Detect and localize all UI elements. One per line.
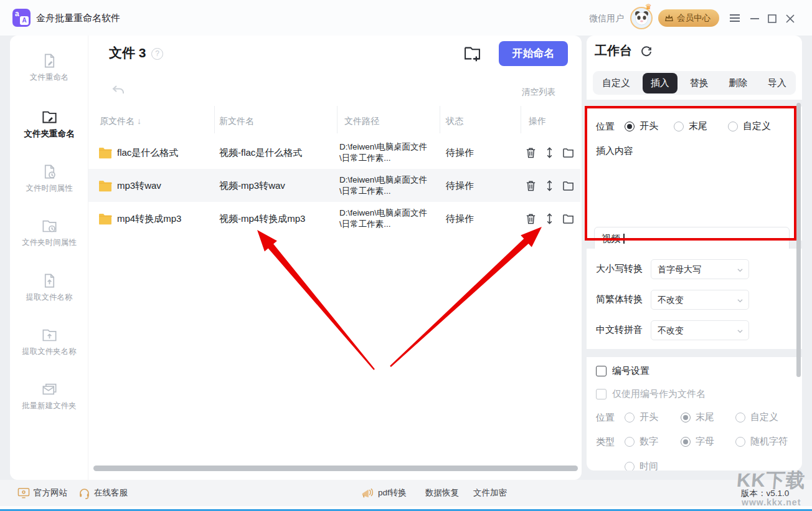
selected-value: 不改变 <box>658 325 684 335</box>
chevron-down-icon <box>737 298 743 303</box>
tab-custom[interactable]: 自定义 <box>594 73 638 93</box>
clear-list-button[interactable]: 清空列表 <box>522 87 555 98</box>
file-list-panel <box>88 36 582 480</box>
move-row-button[interactable] <box>544 179 555 191</box>
delete-row-button[interactable] <box>525 213 537 224</box>
simplified-traditional-select[interactable]: 不改变 <box>651 290 749 310</box>
text-caret <box>623 234 625 244</box>
radio-number-position-custom[interactable]: 自定义 <box>735 411 778 423</box>
menu-button[interactable] <box>729 13 740 23</box>
logo-glyph-small: a <box>15 9 19 18</box>
radio-icon <box>681 413 691 423</box>
sidebar-item-folder-time[interactable]: 文件夹时间属性 <box>10 217 88 248</box>
tab-import[interactable]: 导入 <box>760 73 795 93</box>
close-button[interactable] <box>785 14 796 24</box>
monitor-icon <box>17 487 30 499</box>
tab-delete[interactable]: 删除 <box>720 73 755 93</box>
new-name: 视频-mp3转wav <box>219 179 285 191</box>
maximize-button[interactable] <box>768 14 779 24</box>
folder-icon <box>98 146 112 158</box>
radio-icon <box>728 122 738 131</box>
sidebar-item-file-rename[interactable]: 文件重命名 <box>10 52 88 83</box>
pinyin-select[interactable]: 不改变 <box>651 320 749 340</box>
logo-glyph-big: A <box>20 16 29 25</box>
crown-icon <box>664 14 674 23</box>
help-icon[interactable]: ? <box>151 48 163 60</box>
folder-extract-icon <box>41 327 58 343</box>
file-time-icon <box>41 163 58 180</box>
open-location-button[interactable] <box>562 213 574 224</box>
radio-number-type-digit[interactable]: 数字 <box>625 436 658 447</box>
sidebar-item-label: 批量新建文件夹 <box>10 401 88 411</box>
table-row[interactable]: mp4转换成mp3 视频-mp4转换成mp3 D:\feiwen\电脑桌面文件\… <box>88 202 580 235</box>
file-path: D:\feiwen\电脑桌面文件\日常工作素... <box>339 207 434 229</box>
pdf-convert-link[interactable]: pdf转换 <box>361 480 407 506</box>
member-center-button[interactable]: 会员中心 <box>658 9 719 27</box>
online-support-link[interactable]: 在线客服 <box>78 480 128 506</box>
titlebar: a A 金舟批量重命名软件 微信用户 ♛ 会员中心 <box>0 0 812 36</box>
radio-number-position-start[interactable]: 开头 <box>625 411 658 423</box>
minimize-button[interactable] <box>750 17 761 27</box>
delete-row-button[interactable] <box>525 146 537 158</box>
radio-insert-position-custom[interactable]: 自定义 <box>728 120 771 132</box>
open-location-button[interactable] <box>562 146 574 158</box>
sidebar-item-label: 提取文件名称 <box>10 292 88 303</box>
radio-insert-position-end[interactable]: 末尾 <box>674 120 707 132</box>
radio-number-type-random[interactable]: 随机字符 <box>735 436 788 447</box>
column-header-original[interactable]: 原文件名 ↓ <box>100 116 141 127</box>
add-folder-button[interactable] <box>462 43 483 64</box>
table-row[interactable]: mp3转wav 视频-mp3转wav D:\feiwen\电脑桌面文件\日常工作… <box>88 169 580 202</box>
undo-button[interactable] <box>111 83 126 98</box>
numbering-checkbox[interactable]: 编号设置 <box>596 365 649 377</box>
user-name: 微信用户 <box>589 13 624 24</box>
move-row-button[interactable] <box>544 213 555 224</box>
horizontal-scrollbar[interactable] <box>93 466 578 471</box>
case-convert-select[interactable]: 首字母大写 <box>651 259 749 279</box>
sidebar-item-label: 文件时间属性 <box>10 183 88 194</box>
case-convert-label: 大小写转换 <box>596 263 643 275</box>
vertical-scrollbar[interactable] <box>796 103 801 377</box>
tab-insert[interactable]: 插入 <box>643 73 677 93</box>
data-recovery-link[interactable]: 数据恢复 <box>425 480 459 506</box>
radio-icon <box>625 437 635 447</box>
sidebar-item-label: 文件夹重命名 <box>10 128 88 140</box>
selected-value: 首字母大写 <box>658 264 701 274</box>
folder-rename-icon <box>41 108 58 125</box>
table-row[interactable]: flac是什么格式 视频-flac是什么格式 D:\feiwen\电脑桌面文件\… <box>88 136 580 169</box>
tab-replace[interactable]: 替换 <box>682 73 717 93</box>
member-center-label: 会员中心 <box>677 12 710 24</box>
folder-time-icon <box>41 217 58 234</box>
sidebar-item-folder-rename[interactable]: 文件夹重命名 <box>10 108 88 140</box>
sidebar-item-extract-file-name[interactable]: 提取文件名称 <box>10 272 88 303</box>
file-path: D:\feiwen\电脑桌面文件\日常工作素... <box>339 174 434 196</box>
checkbox-icon <box>596 389 607 399</box>
open-folder-icon <box>562 179 574 191</box>
column-header-new[interactable]: 新文件名 <box>219 116 254 127</box>
radio-number-position-end[interactable]: 末尾 <box>681 411 714 423</box>
radio-number-type-time[interactable]: 时间 <box>625 461 658 470</box>
sidebar-item-extract-folder-name[interactable]: 提取文件夹名称 <box>10 327 88 357</box>
column-header-path[interactable]: 文件路径 <box>344 116 379 127</box>
only-number-checkbox[interactable]: 仅使用编号作为文件名 <box>596 388 706 400</box>
sidebar-item-file-time[interactable]: 文件时间属性 <box>10 163 88 194</box>
column-header-status[interactable]: 状态 <box>446 116 463 127</box>
sidebar-item-batch-new-folder[interactable]: 批量新建文件夹 <box>10 381 88 411</box>
column-header-actions[interactable]: 操作 <box>529 116 546 127</box>
open-location-button[interactable] <box>562 179 574 191</box>
file-encrypt-link[interactable]: 文件加密 <box>473 480 507 506</box>
workbench-panel: 工作台 自定义 插入 替换 删除 导入 位置 开头 末尾 自定义 插入内容 <box>587 36 802 480</box>
start-rename-button[interactable]: 开始命名 <box>499 41 568 66</box>
pinyin-label: 中文转拼音 <box>596 324 643 336</box>
delete-row-button[interactable] <box>525 179 537 191</box>
number-type-label: 类型 <box>596 436 615 448</box>
file-extract-icon <box>41 272 58 289</box>
radio-insert-position-start[interactable]: 开头 <box>625 120 658 132</box>
move-row-button[interactable] <box>544 146 555 158</box>
selected-value: 不改变 <box>658 295 684 305</box>
transform-section: 大小写转换 首字母大写 简繁体转换 不改变 中文转拼音 不改变 <box>587 249 802 349</box>
trash-icon <box>525 213 537 224</box>
radio-number-type-letter[interactable]: 字母 <box>681 436 714 447</box>
folder-icon <box>98 213 112 224</box>
official-site-link[interactable]: 官方网站 <box>17 480 67 506</box>
refresh-button[interactable] <box>640 45 653 58</box>
